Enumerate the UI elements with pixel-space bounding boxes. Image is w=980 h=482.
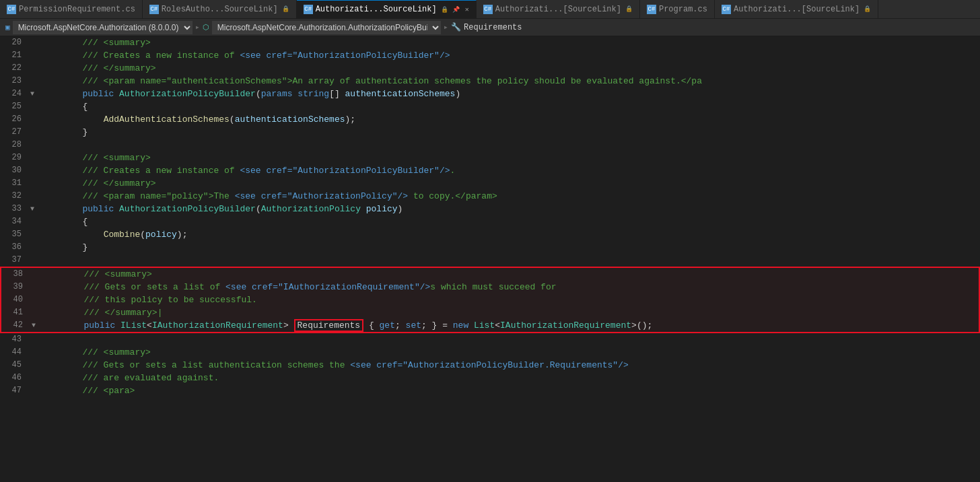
line-number: 28 [0, 139, 27, 151]
lock-icon: 🔒 [441, 6, 448, 13]
line-number: 22 [0, 62, 27, 75]
code-line-23: 23 /// <param name="authenticationScheme… [0, 75, 980, 88]
line-number: 29 [0, 151, 27, 164]
code-line-45: 45 /// Gets or sets a list authenticatio… [0, 359, 980, 372]
line-number: 30 [0, 164, 27, 177]
line-number: 47 [0, 384, 27, 397]
code-content: /// <summary> [39, 268, 979, 281]
code-line-26: 26 AddAuthenticationSchemes(authenticati… [0, 113, 980, 126]
line-number: 35 [0, 228, 27, 241]
line-number: 31 [0, 177, 27, 190]
line-number: 26 [0, 113, 27, 126]
cs-icon: C# [483, 5, 493, 14]
code-line-37: 37 [0, 254, 980, 267]
pin-icon: 📌 [452, 6, 460, 13]
tab-permission-requirement[interactable]: C# PermissionRequirement.cs [0, 0, 143, 18]
code-content: /// <summary> [38, 346, 980, 359]
namespace-selector[interactable]: Microsoft.AspNetCore.Authorization (8.0.… [13, 21, 193, 34]
code-line-21: 21 /// Creates a new instance of <see cr… [0, 49, 980, 62]
line-number: 42 [1, 319, 28, 332]
line-number: 34 [0, 215, 27, 228]
line-number: 46 [0, 372, 27, 384]
code-line-46: 46 /// are evaluated against. [0, 372, 980, 384]
code-content: /// </summary> [38, 62, 980, 75]
tab-label: RolesAutho...SourceLink] [162, 5, 278, 14]
line-number: 40 [1, 294, 28, 306]
class-selector[interactable]: Microsoft.AspNetCore.Authorization.Autho… [212, 21, 441, 34]
code-line-38: 38 /// <summary> [1, 268, 979, 281]
line-number: 20 [0, 36, 27, 49]
code-content: /// Creates a new instance of <see cref=… [38, 164, 980, 177]
tab-roles-autho[interactable]: C# RolesAutho...SourceLink] 🔒 [143, 0, 297, 18]
wrench-icon: 🔧 [451, 22, 461, 32]
code-line-41: 41 /// </summary>| [1, 306, 979, 319]
code-line-36: 36 } [0, 241, 980, 254]
line-number: 25 [0, 100, 27, 113]
lock-icon: 🔒 [864, 5, 871, 13]
code-line-32: 32 /// <param name="policy">The <see cre… [0, 190, 980, 203]
code-content: /// <summary> [38, 151, 980, 164]
code-content: /// Gets or sets a list of <see cref="IA… [39, 281, 979, 294]
code-line-44: 44 /// <summary> [0, 346, 980, 359]
code-content: /// this policy to be successful. [39, 294, 979, 306]
code-line-27: 27 } [0, 126, 980, 139]
member-display: 🔧 Requirements [451, 22, 522, 32]
line-number: 24 [0, 88, 27, 100]
code-line-30: 30 /// Creates a new instance of <see cr… [0, 164, 980, 177]
line-number: 27 [0, 126, 27, 139]
cs-icon: C# [722, 5, 731, 14]
code-content [38, 254, 980, 267]
code-line-22: 22 /// </summary> [0, 62, 980, 75]
tab-label: PermissionRequirement.cs [19, 5, 135, 14]
code-content: /// </summary>| [39, 306, 979, 319]
code-line-34: 34 { [0, 215, 980, 228]
line-number: 33 [0, 203, 27, 215]
code-content: Combine(policy); [38, 228, 980, 241]
tab-authorizati-2[interactable]: C# Authorizati...[SourceLink] 🔒 [477, 0, 640, 18]
code-content: public IList<IAuthorizationRequirement> … [39, 319, 979, 332]
code-line-39: 39 /// Gets or sets a list of <see cref=… [1, 281, 979, 294]
tab-label: Authorizati...SourceLink] [316, 5, 437, 14]
tab-program[interactable]: C# Program.cs [640, 0, 715, 18]
code-content: /// <para> [38, 384, 980, 397]
code-line-20: 20 /// <summary> [0, 36, 980, 49]
cs-icon: C# [7, 5, 16, 14]
breadcrumb-bar: ▣ Microsoft.AspNetCore.Authorization (8.… [0, 19, 980, 36]
breadcrumb-separator-1: ▸ [195, 22, 200, 32]
code-editor[interactable]: 20 /// <summary> 21 /// Creates a new in… [0, 36, 980, 482]
fold-gutter[interactable]: ▼ [27, 203, 38, 215]
line-number: 37 [0, 254, 27, 267]
tab-authorizati-active[interactable]: C# Authorizati...SourceLink] 🔒 📌 ✕ [297, 0, 477, 18]
code-content: { [38, 215, 980, 228]
line-number: 39 [1, 281, 28, 294]
code-content [38, 333, 980, 346]
code-content: public AuthorizationPolicyBuilder(Author… [38, 203, 980, 215]
code-content: { [38, 100, 980, 113]
fold-gutter[interactable]: ▼ [27, 88, 38, 100]
code-content: /// Gets or sets a list authentication s… [38, 359, 980, 372]
class-icon: ⬡ [203, 23, 209, 32]
code-content: /// </summary> [38, 177, 980, 190]
cs-icon: C# [304, 5, 313, 14]
code-content: /// <param name="policy">The <see cref="… [38, 190, 980, 203]
code-line-33: 33 ▼ public AuthorizationPolicyBuilder(A… [0, 203, 980, 215]
code-line-35: 35 Combine(policy); [0, 228, 980, 241]
requirements-highlight: Requirements [294, 319, 364, 332]
line-number: 36 [0, 241, 27, 254]
cs-icon: C# [647, 5, 656, 14]
tab-label: Authorizati...[SourceLink] [495, 5, 621, 14]
line-number: 41 [1, 306, 28, 319]
code-line-31: 31 /// </summary> [0, 177, 980, 190]
line-number: 44 [0, 346, 27, 359]
line-number: 38 [1, 268, 28, 281]
breadcrumb-separator-2: ▸ [444, 22, 448, 32]
tab-authorizati-3[interactable]: C# Authorizati...[SourceLink] 🔒 [715, 0, 878, 18]
code-content: public AuthorizationPolicyBuilder(params… [38, 88, 980, 100]
line-number: 45 [0, 359, 27, 372]
fold-gutter[interactable]: ▼ [28, 319, 39, 332]
namespace-icon: ▣ [5, 23, 10, 32]
code-line-28: 28 [0, 139, 980, 151]
tab-close-button[interactable]: ✕ [465, 5, 469, 13]
line-number: 21 [0, 49, 27, 62]
code-content: AddAuthenticationSchemes(authenticationS… [38, 113, 980, 126]
